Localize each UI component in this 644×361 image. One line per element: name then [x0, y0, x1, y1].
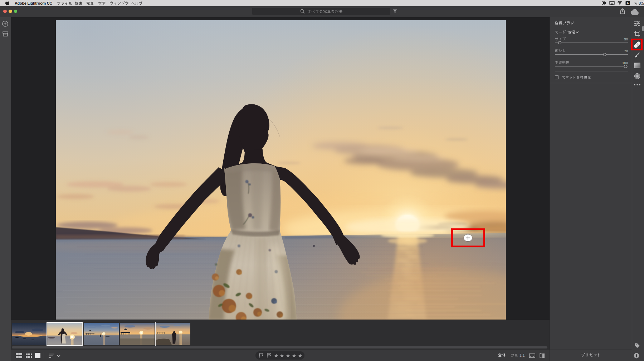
svg-text:A: A — [626, 1, 629, 5]
